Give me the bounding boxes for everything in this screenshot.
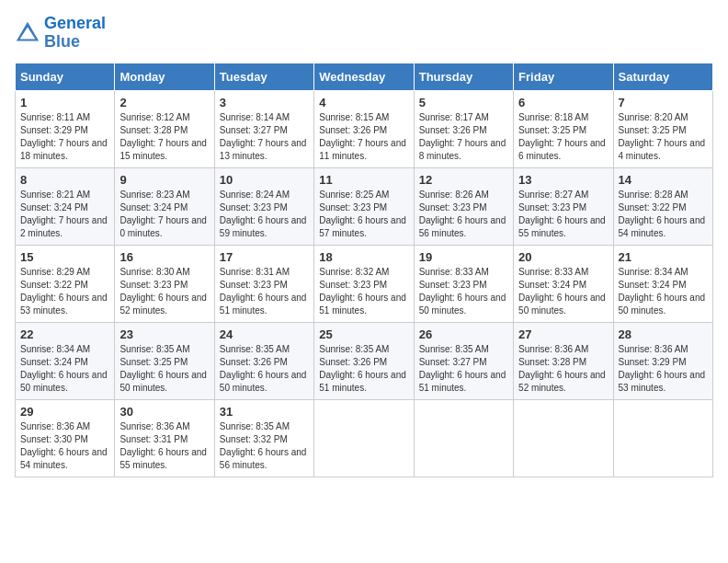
- day-header: Friday: [514, 63, 613, 90]
- calendar-cell: 3 Sunrise: 8:14 AMSunset: 3:27 PMDayligh…: [214, 90, 313, 167]
- calendar-cell: [314, 399, 414, 477]
- calendar-cell: 11 Sunrise: 8:25 AMSunset: 3:23 PMDaylig…: [314, 167, 414, 245]
- calendar-table: SundayMondayTuesdayWednesdayThursdayFrid…: [15, 63, 713, 477]
- page-header: General Blue: [15, 15, 713, 52]
- day-number: 6: [518, 96, 608, 109]
- calendar-cell: 5 Sunrise: 8:17 AMSunset: 3:26 PMDayligh…: [414, 90, 513, 167]
- cell-info: Sunrise: 8:33 AMSunset: 3:23 PMDaylight:…: [419, 266, 508, 317]
- calendar-cell: 12 Sunrise: 8:26 AMSunset: 3:23 PMDaylig…: [414, 167, 513, 245]
- day-number: 12: [419, 173, 508, 187]
- day-number: 19: [419, 250, 508, 264]
- calendar-cell: 19 Sunrise: 8:33 AMSunset: 3:23 PMDaylig…: [414, 245, 513, 322]
- day-number: 1: [20, 96, 109, 109]
- calendar-cell: 1 Sunrise: 8:11 AMSunset: 3:29 PMDayligh…: [16, 90, 115, 167]
- day-number: 8: [20, 173, 109, 187]
- calendar-cell: 24 Sunrise: 8:35 AMSunset: 3:26 PMDaylig…: [214, 322, 313, 399]
- day-header: Thursday: [414, 63, 513, 90]
- calendar-cell: 15 Sunrise: 8:29 AMSunset: 3:22 PMDaylig…: [16, 245, 115, 322]
- day-number: 21: [619, 250, 708, 264]
- calendar-cell: 10 Sunrise: 8:24 AMSunset: 3:23 PMDaylig…: [214, 167, 313, 245]
- calendar-header-row: SundayMondayTuesdayWednesdayThursdayFrid…: [16, 63, 713, 90]
- calendar-body: 1 Sunrise: 8:11 AMSunset: 3:29 PMDayligh…: [16, 90, 713, 477]
- calendar-cell: 6 Sunrise: 8:18 AMSunset: 3:25 PMDayligh…: [514, 90, 613, 167]
- calendar-week-row: 15 Sunrise: 8:29 AMSunset: 3:22 PMDaylig…: [16, 245, 713, 322]
- cell-info: Sunrise: 8:17 AMSunset: 3:26 PMDaylight:…: [419, 111, 508, 163]
- calendar-cell: 20 Sunrise: 8:33 AMSunset: 3:24 PMDaylig…: [514, 245, 613, 322]
- day-number: 31: [220, 405, 309, 419]
- calendar-cell: 2 Sunrise: 8:12 AMSunset: 3:28 PMDayligh…: [115, 90, 214, 167]
- day-number: 22: [20, 327, 109, 341]
- day-number: 25: [319, 327, 408, 341]
- calendar-week-row: 1 Sunrise: 8:11 AMSunset: 3:29 PMDayligh…: [16, 90, 713, 167]
- day-number: 29: [20, 405, 109, 419]
- day-number: 5: [419, 96, 508, 109]
- calendar-cell: [414, 399, 513, 477]
- cell-info: Sunrise: 8:21 AMSunset: 3:24 PMDaylight:…: [20, 189, 109, 240]
- calendar-cell: 9 Sunrise: 8:23 AMSunset: 3:24 PMDayligh…: [115, 167, 214, 245]
- cell-info: Sunrise: 8:35 AMSunset: 3:27 PMDaylight:…: [419, 343, 508, 395]
- calendar-cell: 22 Sunrise: 8:34 AMSunset: 3:24 PMDaylig…: [16, 322, 115, 399]
- logo: General Blue: [15, 15, 106, 52]
- calendar-cell: 21 Sunrise: 8:34 AMSunset: 3:24 PMDaylig…: [613, 245, 712, 322]
- calendar-cell: 14 Sunrise: 8:28 AMSunset: 3:22 PMDaylig…: [613, 167, 712, 245]
- calendar-cell: 25 Sunrise: 8:35 AMSunset: 3:26 PMDaylig…: [314, 322, 414, 399]
- cell-info: Sunrise: 8:35 AMSunset: 3:26 PMDaylight:…: [319, 343, 408, 395]
- day-header: Tuesday: [214, 63, 313, 90]
- cell-info: Sunrise: 8:35 AMSunset: 3:26 PMDaylight:…: [220, 343, 309, 395]
- cell-info: Sunrise: 8:34 AMSunset: 3:24 PMDaylight:…: [20, 343, 109, 395]
- day-number: 15: [20, 250, 109, 264]
- day-number: 4: [319, 96, 408, 109]
- day-number: 20: [518, 250, 608, 264]
- calendar-cell: [613, 399, 712, 477]
- cell-info: Sunrise: 8:15 AMSunset: 3:26 PMDaylight:…: [319, 111, 408, 163]
- day-number: 3: [220, 96, 309, 109]
- day-number: 14: [619, 173, 708, 187]
- cell-info: Sunrise: 8:36 AMSunset: 3:29 PMDaylight:…: [619, 343, 708, 395]
- calendar-cell: 8 Sunrise: 8:21 AMSunset: 3:24 PMDayligh…: [16, 167, 115, 245]
- cell-info: Sunrise: 8:36 AMSunset: 3:30 PMDaylight:…: [20, 420, 109, 472]
- calendar-cell: 4 Sunrise: 8:15 AMSunset: 3:26 PMDayligh…: [314, 90, 414, 167]
- day-number: 16: [119, 250, 209, 264]
- calendar-cell: [514, 399, 613, 477]
- cell-info: Sunrise: 8:34 AMSunset: 3:24 PMDaylight:…: [619, 266, 708, 317]
- cell-info: Sunrise: 8:20 AMSunset: 3:25 PMDaylight:…: [619, 111, 708, 163]
- cell-info: Sunrise: 8:30 AMSunset: 3:23 PMDaylight:…: [119, 266, 209, 317]
- day-header: Saturday: [613, 63, 712, 90]
- calendar-cell: 29 Sunrise: 8:36 AMSunset: 3:30 PMDaylig…: [16, 399, 115, 477]
- cell-info: Sunrise: 8:35 AMSunset: 3:32 PMDaylight:…: [220, 420, 309, 472]
- cell-info: Sunrise: 8:35 AMSunset: 3:25 PMDaylight:…: [119, 343, 209, 395]
- calendar-cell: 7 Sunrise: 8:20 AMSunset: 3:25 PMDayligh…: [613, 90, 712, 167]
- calendar-cell: 18 Sunrise: 8:32 AMSunset: 3:23 PMDaylig…: [314, 245, 414, 322]
- cell-info: Sunrise: 8:18 AMSunset: 3:25 PMDaylight:…: [518, 111, 608, 163]
- logo-text: General Blue: [44, 15, 106, 52]
- cell-info: Sunrise: 8:36 AMSunset: 3:28 PMDaylight:…: [518, 343, 608, 395]
- day-header: Sunday: [16, 63, 115, 90]
- cell-info: Sunrise: 8:27 AMSunset: 3:23 PMDaylight:…: [518, 189, 608, 240]
- day-header: Wednesday: [314, 63, 414, 90]
- calendar-week-row: 22 Sunrise: 8:34 AMSunset: 3:24 PMDaylig…: [16, 322, 713, 399]
- calendar-cell: 16 Sunrise: 8:30 AMSunset: 3:23 PMDaylig…: [115, 245, 214, 322]
- day-number: 10: [220, 173, 309, 187]
- day-number: 17: [220, 250, 309, 264]
- cell-info: Sunrise: 8:14 AMSunset: 3:27 PMDaylight:…: [220, 111, 309, 163]
- calendar-cell: 27 Sunrise: 8:36 AMSunset: 3:28 PMDaylig…: [514, 322, 613, 399]
- day-number: 27: [518, 327, 608, 341]
- logo-icon: [15, 20, 40, 46]
- day-number: 26: [419, 327, 508, 341]
- calendar-cell: 28 Sunrise: 8:36 AMSunset: 3:29 PMDaylig…: [613, 322, 712, 399]
- day-number: 24: [220, 327, 309, 341]
- cell-info: Sunrise: 8:12 AMSunset: 3:28 PMDaylight:…: [119, 111, 209, 163]
- day-number: 18: [319, 250, 408, 264]
- cell-info: Sunrise: 8:33 AMSunset: 3:24 PMDaylight:…: [518, 266, 608, 317]
- calendar-cell: 30 Sunrise: 8:36 AMSunset: 3:31 PMDaylig…: [115, 399, 214, 477]
- calendar-cell: 13 Sunrise: 8:27 AMSunset: 3:23 PMDaylig…: [514, 167, 613, 245]
- day-header: Monday: [115, 63, 214, 90]
- day-number: 2: [119, 96, 209, 109]
- calendar-week-row: 8 Sunrise: 8:21 AMSunset: 3:24 PMDayligh…: [16, 167, 713, 245]
- cell-info: Sunrise: 8:26 AMSunset: 3:23 PMDaylight:…: [419, 189, 508, 240]
- calendar-week-row: 29 Sunrise: 8:36 AMSunset: 3:30 PMDaylig…: [16, 399, 713, 477]
- cell-info: Sunrise: 8:32 AMSunset: 3:23 PMDaylight:…: [319, 266, 408, 317]
- day-number: 28: [619, 327, 708, 341]
- cell-info: Sunrise: 8:28 AMSunset: 3:22 PMDaylight:…: [619, 189, 708, 240]
- calendar-cell: 17 Sunrise: 8:31 AMSunset: 3:23 PMDaylig…: [214, 245, 313, 322]
